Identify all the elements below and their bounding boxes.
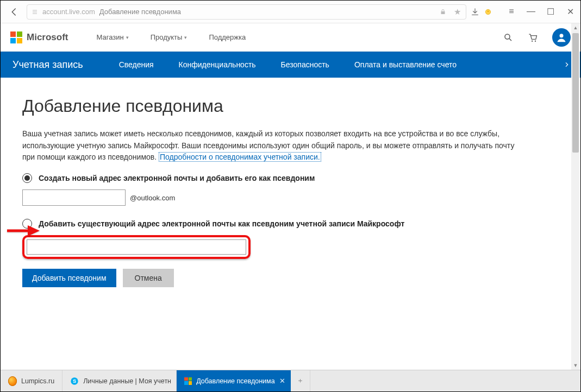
search-icon[interactable]: [503, 33, 513, 42]
new-tab-button[interactable]: ＋: [291, 370, 310, 391]
close-button[interactable]: ✕: [565, 7, 575, 17]
microsoft-logo[interactable]: Microsoft: [10, 31, 68, 43]
microsoft-header: Microsoft Магазин▾ Продукты▾ Поддержка: [1, 23, 580, 52]
cancel-button[interactable]: Отмена: [123, 269, 174, 287]
taskbar-tab-lumpics[interactable]: Lumpics.ru: [1, 370, 63, 391]
browser-toolbar: account.live.com Добавление псевдонима ★…: [1, 1, 580, 23]
logo-text: Microsoft: [27, 32, 68, 43]
svg-point-2: [505, 34, 510, 39]
page-title: Добавление псевдонима: [22, 96, 559, 116]
taskbar-tab-skype[interactable]: S Личные данные | Моя учетн: [63, 370, 177, 391]
arrow-annotation: [6, 224, 41, 239]
window-controls: ≡ — ☐ ✕: [507, 7, 575, 17]
site-info-icon: [32, 9, 38, 15]
learn-more-link[interactable]: Подробности о псевдонимах учетной записи…: [159, 152, 321, 162]
taskbar: Lumpics.ru S Личные данные | Моя учетн Д…: [1, 370, 580, 391]
back-button[interactable]: [6, 4, 22, 20]
subnav-brand[interactable]: Учетная запись: [13, 59, 83, 71]
logo-icon: [10, 31, 22, 43]
subnav-security[interactable]: Безопасность: [281, 60, 329, 69]
nav-products[interactable]: Продукты▾: [151, 33, 188, 41]
new-email-input[interactable]: [22, 189, 126, 206]
new-email-row: @outlook.com: [22, 189, 559, 206]
svg-rect-0: [441, 11, 445, 14]
radio-create-new[interactable]: [22, 173, 32, 183]
action-buttons: Добавить псевдоним Отмена: [22, 269, 559, 287]
option-add-existing-label: Добавить существующий адрес электронной …: [39, 219, 404, 228]
svg-point-4: [535, 40, 536, 41]
minimize-button[interactable]: —: [526, 7, 536, 17]
nav-store[interactable]: Магазин▾: [97, 33, 129, 41]
lumpics-icon: [8, 377, 17, 385]
chevron-down-icon: ▾: [184, 35, 187, 40]
extension-icon[interactable]: [484, 8, 492, 16]
maximize-button[interactable]: ☐: [546, 7, 555, 17]
subnav-privacy[interactable]: Конфиденциальность: [179, 60, 256, 69]
url-domain: account.live.com: [42, 8, 95, 16]
existing-email-input[interactable]: [27, 239, 246, 255]
option-create-new[interactable]: Создать новый адрес электронной почты и …: [22, 173, 559, 183]
skype-icon: S: [70, 377, 79, 385]
account-avatar[interactable]: [552, 28, 571, 47]
option-create-new-label: Создать новый адрес электронной почты и …: [39, 174, 315, 182]
cart-icon[interactable]: [527, 32, 538, 43]
download-icon[interactable]: [471, 8, 479, 16]
scroll-thumb[interactable]: [572, 33, 579, 153]
option-add-existing[interactable]: Добавить существующий адрес электронной …: [22, 219, 559, 229]
scroll-up-icon[interactable]: ▲: [571, 23, 580, 32]
intro-text: Ваша учетная запись может иметь нескольк…: [22, 128, 522, 163]
main-content: Добавление псевдонима Ваша учетная запис…: [1, 78, 580, 306]
subnav-info[interactable]: Сведения: [119, 60, 154, 69]
subnav-billing[interactable]: Оплата и выставление счето: [354, 60, 457, 69]
svg-marker-7: [28, 225, 40, 236]
url-title: Добавление псевдонима: [99, 8, 181, 16]
nav-support[interactable]: Поддержка: [209, 33, 246, 41]
top-nav: Магазин▾ Продукты▾ Поддержка: [97, 33, 246, 41]
star-icon[interactable]: ★: [453, 8, 461, 16]
address-bar[interactable]: account.live.com Добавление псевдонима ★: [27, 4, 466, 20]
vertical-scrollbar[interactable]: ▲ ▼: [571, 23, 580, 370]
taskbar-tab-active[interactable]: Добавление псевдонима ✕: [177, 370, 291, 391]
close-icon[interactable]: ✕: [279, 377, 285, 385]
add-alias-button[interactable]: Добавить псевдоним: [22, 269, 116, 287]
svg-point-3: [532, 40, 533, 41]
highlight-annotation: [22, 235, 251, 259]
chevron-down-icon: ▾: [126, 35, 129, 40]
microsoft-icon: [184, 377, 192, 385]
svg-text:S: S: [73, 378, 76, 384]
svg-point-5: [560, 34, 564, 37]
account-subnav: Учетная запись Сведения Конфиденциальнос…: [1, 52, 580, 78]
lock-icon: [439, 8, 447, 16]
email-suffix: @outlook.com: [130, 194, 175, 202]
menu-button[interactable]: ≡: [507, 7, 516, 17]
scroll-down-icon[interactable]: ▼: [571, 361, 580, 370]
